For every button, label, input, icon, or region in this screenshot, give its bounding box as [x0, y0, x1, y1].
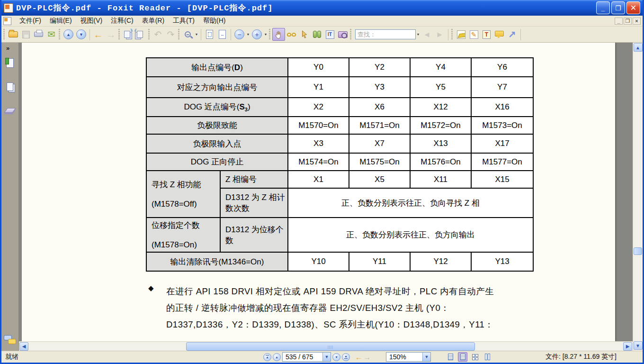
single-page-mode-button[interactable]	[446, 352, 455, 362]
previous-page-button[interactable]: ▲	[273, 353, 281, 361]
table-cell: X12	[410, 98, 471, 117]
fit-page-button[interactable]	[203, 28, 216, 41]
find-input[interactable]	[355, 29, 416, 39]
table-cell: M1575=On	[349, 153, 410, 171]
row-label: 位移指定个数(M1578=On)	[146, 218, 220, 252]
table-cell: Y12	[410, 252, 471, 271]
continuous-mode-button[interactable]	[458, 352, 467, 362]
menu-form[interactable]: 表单(R)	[138, 16, 169, 26]
bookmarks-panel-button[interactable]	[3, 56, 17, 70]
menu-bar: 文件(F) 编辑(E) 视图(V) 注释(C) 表单(R) 工具(T) 帮助(H…	[1, 16, 643, 27]
back-view-icon[interactable]: ←	[355, 353, 362, 361]
page-combo-dropdown[interactable]: ▼	[322, 353, 331, 361]
go-back-button[interactable]: ←	[92, 28, 105, 41]
find-previous-button[interactable]: ◀	[420, 28, 433, 41]
insert-pages-button[interactable]	[122, 28, 134, 41]
pdf-table: 输出点编号(D) Y0 Y2 Y4 Y6 对应之方向输出点编号 Y1 Y3 Y5…	[146, 57, 534, 272]
extract-pages-button[interactable]	[134, 28, 147, 41]
pencil-tool-button[interactable]: ✎	[467, 28, 480, 41]
magnifier-minus-icon: −	[185, 31, 191, 37]
vertical-scroll-thumb[interactable]	[634, 247, 642, 255]
horizontal-scrollbar[interactable]: ◀ ▶	[19, 341, 633, 351]
mdi-restore-button[interactable]: ❐	[624, 18, 632, 25]
select-text-button[interactable]: IITT	[323, 28, 336, 41]
table-cell: Y6	[471, 58, 533, 77]
table-cell: M1572=On	[410, 117, 471, 134]
layers-panel-button[interactable]	[3, 104, 17, 117]
menu-tools[interactable]: 工具(T)	[169, 16, 199, 26]
vertical-scrollbar[interactable]: ▲ ▼	[633, 43, 643, 351]
arrow-tool-button[interactable]: ↗	[506, 28, 519, 41]
find-next-button[interactable]: ▶	[433, 28, 446, 41]
scroll-down-button[interactable]: ▼	[634, 341, 643, 350]
table-cell: Y11	[349, 252, 410, 271]
page-number-value[interactable]: 535 / 675	[283, 353, 322, 361]
select-annotation-button[interactable]	[298, 28, 311, 41]
highlighter-icon	[457, 30, 465, 39]
first-page-button[interactable]: ▲	[263, 353, 271, 361]
zoom-level-value[interactable]: 150%	[386, 353, 422, 361]
last-page-button[interactable]: ▼	[342, 353, 350, 361]
menu-view[interactable]: 视图(V)	[76, 16, 107, 26]
scroll-up-button[interactable]: ▲	[634, 43, 643, 52]
open-button[interactable]	[7, 28, 19, 41]
snapshot-button[interactable]	[336, 28, 349, 41]
find-dropdown[interactable]: ▼	[416, 33, 420, 36]
fit-width-button[interactable]: ↔	[216, 28, 229, 41]
highlight-tool-button[interactable]	[455, 28, 467, 41]
zoom-in-dropdown[interactable]: ▼	[263, 33, 268, 36]
document-view[interactable]: 输出点编号(D) Y0 Y2 Y4 Y6 对应之方向输出点编号 Y1 Y3 Y5…	[19, 43, 633, 341]
zoom-out-dropdown[interactable]: ▼	[246, 33, 250, 36]
next-view-button[interactable]: ▼	[75, 28, 88, 41]
comments-panel-button[interactable]	[4, 335, 16, 344]
undo-button[interactable]: ↶	[152, 28, 164, 41]
row-label: 输出清除讯号(M1346=On)	[146, 252, 288, 271]
menu-comment[interactable]: 注释(C)	[107, 16, 137, 26]
toolbar-separator	[448, 29, 448, 40]
print-button[interactable]	[32, 28, 45, 41]
email-button[interactable]: ✉	[45, 28, 58, 41]
continuous-facing-mode-button[interactable]	[483, 352, 492, 362]
facing-mode-button[interactable]	[470, 352, 480, 362]
mdi-minimize-button[interactable]: _	[615, 18, 623, 25]
page-down-icon: ▼	[76, 29, 86, 39]
zoom-in-button[interactable]: +	[250, 28, 263, 41]
table-cell: X16	[471, 98, 533, 117]
paragraph-line: 在进行 API 158 DRVI 相对定位或 API 159 DRVA 绝对寻址…	[148, 283, 546, 300]
redo-button[interactable]: ↷	[164, 28, 177, 41]
previous-view-button[interactable]: ▲	[62, 28, 75, 41]
menu-help[interactable]: 帮助(H)	[199, 16, 230, 26]
horizontal-scroll-thumb[interactable]	[186, 342, 475, 351]
search-button[interactable]	[311, 28, 323, 41]
toolbar-separator	[89, 29, 90, 40]
minimize-button[interactable]: _	[596, 1, 610, 14]
expand-sidebar-button[interactable]: »	[6, 45, 9, 52]
fit-page-icon	[206, 30, 213, 39]
page-number-combo[interactable]: 535 / 675 ▼	[282, 352, 331, 362]
pages-panel-button[interactable]	[3, 80, 17, 93]
zoom-combo-dropdown[interactable]: ▼	[422, 353, 430, 361]
insert-pages-icon	[124, 31, 130, 38]
table-cell: M1571=On	[349, 117, 410, 134]
restore-button[interactable]: ❐	[611, 1, 625, 14]
menu-file[interactable]: 文件(F)	[15, 16, 45, 26]
hand-tool-button[interactable]	[272, 28, 285, 41]
scroll-right-button[interactable]: ▶	[623, 342, 632, 351]
marquee-zoom-button[interactable]: −	[181, 28, 194, 41]
close-button[interactable]: ✕	[626, 1, 640, 14]
save-button[interactable]	[19, 28, 32, 41]
typewriter-tool-button[interactable]: T	[480, 28, 493, 41]
scroll-left-button[interactable]: ◀	[19, 342, 28, 351]
forward-view-icon[interactable]: →	[364, 353, 371, 361]
table-cell: M1573=On	[471, 117, 533, 134]
zoom-out-button[interactable]: −	[233, 28, 246, 41]
zoom-level-combo[interactable]: 150% ▼	[386, 352, 431, 362]
document-area: 输出点编号(D) Y0 Y2 Y4 Y6 对应之方向输出点编号 Y1 Y3 Y5…	[19, 43, 633, 351]
go-forward-button[interactable]: →	[105, 28, 117, 41]
read-mode-button[interactable]	[285, 28, 298, 41]
menu-edit[interactable]: 编辑(E)	[45, 16, 76, 26]
next-page-button[interactable]: ▼	[332, 353, 340, 361]
marquee-zoom-dropdown[interactable]: ▼	[194, 33, 199, 36]
mdi-close-button[interactable]: ×	[633, 18, 641, 25]
note-tool-button[interactable]	[493, 28, 506, 41]
